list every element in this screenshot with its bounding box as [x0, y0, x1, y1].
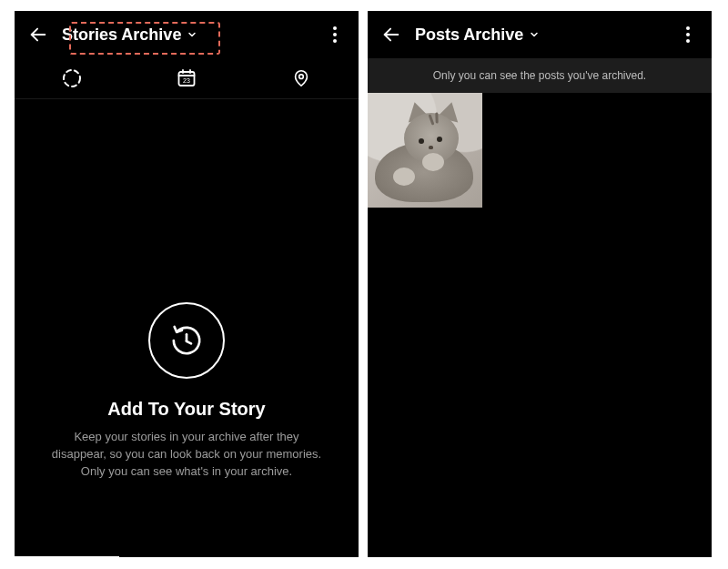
- header-bar: Stories Archive: [15, 11, 359, 58]
- active-tab-indicator: [15, 556, 119, 558]
- privacy-banner: Only you can see the posts you've archiv…: [368, 58, 712, 93]
- overflow-menu-button[interactable]: [670, 26, 706, 43]
- archived-post-thumbnail[interactable]: [368, 93, 482, 208]
- archive-type-dropdown[interactable]: Stories Archive: [56, 22, 203, 48]
- story-ring-icon: [61, 67, 83, 89]
- header-bar: Posts Archive: [368, 11, 712, 58]
- history-clock-icon: [168, 322, 205, 359]
- screenshot-pair: Stories Archive: [0, 0, 728, 569]
- kebab-icon: [333, 26, 337, 43]
- calendar-icon: 23: [176, 67, 197, 89]
- location-pin-icon: [291, 68, 311, 88]
- chevron-down-icon: [529, 25, 540, 45]
- phone-stories-archive: Stories Archive: [15, 11, 359, 557]
- chevron-down-icon: [187, 25, 197, 45]
- empty-state-heading: Add To Your Story: [107, 399, 265, 420]
- tab-stories-ring[interactable]: [15, 58, 129, 98]
- back-button[interactable]: [373, 25, 410, 45]
- header-title: Stories Archive: [62, 25, 181, 45]
- back-button[interactable]: [20, 25, 56, 45]
- svg-line-8: [187, 341, 191, 344]
- svg-point-6: [299, 75, 304, 79]
- archive-view-tabs: 23: [15, 58, 359, 99]
- empty-state: Add To Your Story Keep your stories in y…: [15, 302, 359, 481]
- kebab-icon: [686, 26, 690, 43]
- empty-state-icon-ring: [148, 302, 225, 379]
- kitten-photo: [368, 93, 482, 208]
- svg-point-1: [64, 70, 80, 86]
- tab-calendar[interactable]: 23: [129, 58, 244, 98]
- header-title: Posts Archive: [415, 25, 523, 45]
- overflow-menu-button[interactable]: [317, 26, 353, 43]
- back-arrow-icon: [381, 25, 401, 45]
- tab-location[interactable]: [244, 58, 359, 98]
- archive-type-dropdown[interactable]: Posts Archive: [410, 22, 545, 48]
- back-arrow-icon: [28, 25, 48, 45]
- archive-grid: [368, 93, 712, 208]
- calendar-day: 23: [183, 77, 190, 84]
- phone-posts-archive: Posts Archive Only you can see the posts…: [368, 11, 712, 557]
- empty-state-body: Keep your stories in your archive after …: [50, 429, 323, 481]
